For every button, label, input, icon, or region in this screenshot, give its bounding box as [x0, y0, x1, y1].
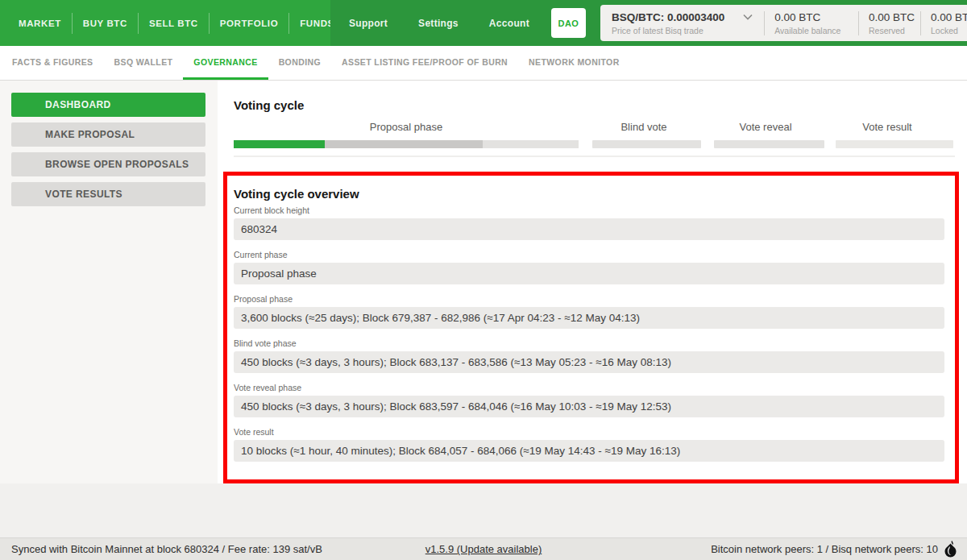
locked-balance-label: Locked — [931, 26, 967, 35]
governance-sidebar: DASHBOARD MAKE PROPOSAL BROWSE OPEN PROP… — [0, 81, 218, 483]
reserved-balance: 0.00 BTC Reserved — [859, 11, 920, 35]
top-navbar: MARKET BUY BTC SELL BTC PORTFOLIO FUNDS … — [0, 0, 967, 46]
field-label: Blind vote phase — [234, 338, 944, 349]
nav-account[interactable]: Account — [474, 18, 545, 29]
field-value: Proposal phase — [234, 263, 944, 284]
field-value: 3,600 blocks (≈25 days); Block 679,387 -… — [234, 307, 944, 329]
nav-portfolio[interactable]: PORTFOLIO — [210, 19, 288, 28]
price-selector-dropdown[interactable]: BSQ/BTC: 0.00003400 Price of latest Bisq… — [600, 11, 764, 35]
field-vote-reveal-phase: Vote reveal phase 450 blocks (≈3 days, 3… — [234, 383, 944, 417]
tab-facts-figures[interactable]: FACTS & FIGURES — [2, 46, 104, 80]
secondary-nav: Support Settings Account DAO BSQ/BTC: 0.… — [330, 0, 967, 46]
status-footer: Synced with Bitcoin Mainnet at block 680… — [0, 537, 967, 560]
phase-label-vote-result: Vote result — [862, 121, 911, 133]
nav-support[interactable]: Support — [334, 18, 403, 29]
locked-balance: 0.00 BTC Locked — [921, 11, 967, 35]
progress-segment-blind-vote — [592, 140, 701, 148]
chevron-down-icon — [743, 14, 753, 20]
section-divider — [234, 156, 955, 157]
progress-segment-proposal — [234, 140, 579, 148]
field-value: 10 blocks (≈1 hour, 40 minutes); Block 6… — [234, 440, 944, 462]
overview-title: Voting cycle overview — [234, 187, 944, 201]
network-peers-text: Bitcoin network peers: 1 / Bisq network … — [711, 543, 938, 555]
progress-track — [483, 140, 579, 148]
field-blind-vote-phase: Blind vote phase 450 blocks (≈3 days, 3 … — [234, 338, 944, 373]
sidebar-item-dashboard[interactable]: DASHBOARD — [11, 93, 205, 117]
progress-segment-vote-reveal — [714, 140, 824, 148]
body-area: DASHBOARD MAKE PROPOSAL BROWSE OPEN PROP… — [0, 81, 967, 537]
reserved-balance-label: Reserved — [869, 26, 911, 35]
tab-asset-listing-fee[interactable]: ASSET LISTING FEE/PROOF OF BURN — [331, 46, 518, 80]
voting-cycle-title: Voting cycle — [234, 98, 967, 113]
price-value: BSQ/BTC: 0.00003400 — [612, 11, 724, 23]
field-vote-result: Vote result 10 blocks (≈1 hour, 40 minut… — [234, 427, 944, 462]
nav-dao-button[interactable]: DAO — [551, 8, 586, 38]
available-balance-value: 0.00 BTC — [774, 11, 849, 23]
tab-bonding[interactable]: BONDING — [268, 46, 331, 80]
progress-segment-vote-result — [836, 140, 953, 148]
field-value: 680324 — [234, 218, 944, 240]
reserved-balance-value: 0.00 BTC — [869, 11, 911, 23]
nav-sell-btc[interactable]: SELL BTC — [139, 19, 209, 28]
sidebar-item-browse-open-proposals[interactable]: BROWSE OPEN PROPOSALS — [11, 152, 205, 176]
phase-labels-row: Proposal phase Blind vote Vote reveal Vo… — [234, 121, 953, 134]
progress-fill — [234, 140, 325, 148]
annotation-red-box: Voting cycle overview Current block heig… — [223, 172, 959, 483]
sidebar-item-vote-results[interactable]: VOTE RESULTS — [11, 182, 205, 206]
version-update-link[interactable]: v1.5.9 (Update available) — [425, 543, 542, 555]
field-label: Proposal phase — [234, 294, 944, 305]
field-label: Current phase — [234, 250, 944, 260]
sidebar-item-make-proposal[interactable]: MAKE PROPOSAL — [11, 122, 205, 147]
progress-buffer — [325, 140, 483, 148]
phase-label-proposal: Proposal phase — [370, 121, 442, 133]
field-proposal-phase: Proposal phase 3,600 blocks (≈25 days); … — [234, 294, 944, 329]
main-content: Voting cycle Proposal phase Blind vote V… — [218, 81, 967, 483]
price-subtitle: Price of latest Bisq trade — [612, 26, 753, 35]
tab-bsq-wallet[interactable]: BSQ WALLET — [104, 46, 184, 80]
field-label: Current block height — [234, 205, 944, 216]
available-balance-label: Available balance — [774, 26, 849, 35]
field-value: 450 blocks (≈3 days, 3 hours); Block 683… — [234, 351, 944, 373]
phase-label-blind-vote: Blind vote — [620, 121, 666, 133]
dao-tabbar: FACTS & FIGURES BSQ WALLET GOVERNANCE BO… — [0, 46, 967, 81]
nav-buy-btc[interactable]: BUY BTC — [73, 19, 138, 28]
primary-nav: MARKET BUY BTC SELL BTC PORTFOLIO FUNDS — [0, 0, 330, 46]
market-price-panel: BSQ/BTC: 0.00003400 Price of latest Bisq… — [600, 5, 967, 41]
nav-settings[interactable]: Settings — [403, 18, 474, 29]
nav-market[interactable]: MARKET — [19, 19, 72, 28]
sync-status-text: Synced with Bitcoin Mainnet at block 680… — [11, 543, 322, 555]
field-current-phase: Current phase Proposal phase — [234, 250, 944, 284]
field-label: Vote result — [234, 427, 944, 438]
locked-balance-value: 0.00 BTC — [931, 11, 967, 23]
field-current-block-height: Current block height 680324 — [234, 205, 944, 240]
available-balance: 0.00 BTC Available balance — [765, 11, 858, 35]
field-value: 450 blocks (≈3 days, 3 hours); Block 683… — [234, 396, 944, 417]
bisq-app-window: MARKET BUY BTC SELL BTC PORTFOLIO FUNDS … — [0, 0, 967, 560]
bottom-strip — [0, 483, 967, 537]
tab-governance[interactable]: GOVERNANCE — [183, 46, 268, 80]
voting-cycle-progressbar — [234, 140, 953, 148]
tab-network-monitor[interactable]: NETWORK MONITOR — [518, 46, 630, 80]
tor-onion-icon — [944, 541, 957, 558]
phase-label-vote-reveal: Vote reveal — [739, 121, 791, 133]
network-peers-group: Bitcoin network peers: 1 / Bisq network … — [711, 541, 957, 558]
field-label: Vote reveal phase — [234, 383, 944, 393]
